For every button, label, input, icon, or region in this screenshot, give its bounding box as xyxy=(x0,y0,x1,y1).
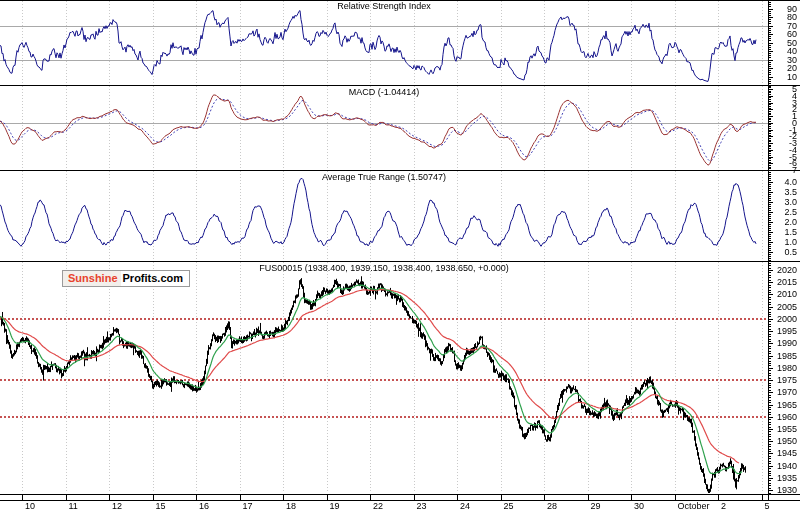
chart-canvas xyxy=(0,0,800,512)
y-axis-tick-label: 1985 xyxy=(769,351,797,361)
y-axis-tick-label: 3.5 xyxy=(769,187,797,197)
x-axis-tick-label: 12 xyxy=(112,501,122,511)
y-axis-tick-label: 0.5 xyxy=(769,247,797,257)
y-axis-tick-label: 1970 xyxy=(769,387,797,397)
rsi-panel-title: Relative Strength Index xyxy=(0,1,768,11)
y-axis-tick-label: 1.0 xyxy=(769,237,797,247)
x-axis-tick-label: 10 xyxy=(25,501,35,511)
x-axis-tick-label: 24 xyxy=(460,501,470,511)
atr-panel-title: Average True Range (1.50747) xyxy=(0,172,768,182)
y-axis-tick-label: -7 xyxy=(769,165,797,175)
y-axis-tick-label: 2000 xyxy=(769,314,797,324)
y-axis-tick-label: 1945 xyxy=(769,448,797,458)
x-axis-tick-label: 11 xyxy=(69,501,78,511)
x-axis-tick-label: 16 xyxy=(199,501,209,511)
y-axis-tick-label: 1950 xyxy=(769,436,797,446)
x-axis-tick-label: October xyxy=(678,501,710,511)
y-axis-tick-label: 4.0 xyxy=(769,177,797,187)
sunshine-profits-logo[interactable]: SunshineProfits.com xyxy=(62,270,190,287)
y-axis-tick-label: 1.5 xyxy=(769,227,797,237)
y-axis-tick-label: 1990 xyxy=(769,338,797,348)
x-axis-tick-label: 28 xyxy=(547,501,557,511)
x-axis-tick-label: 19 xyxy=(330,501,340,511)
y-axis-tick-label: 1930 xyxy=(769,485,797,495)
y-axis-tick-label: 2020 xyxy=(769,265,797,275)
y-axis-tick-label: 2015 xyxy=(769,277,797,287)
y-axis-tick-label: 1955 xyxy=(769,424,797,434)
y-axis-tick-label: 1935 xyxy=(769,473,797,483)
x-axis-tick-label: 23 xyxy=(417,501,427,511)
x-axis-tick-label: 5 xyxy=(765,501,770,511)
y-axis-tick-label: 2005 xyxy=(769,302,797,312)
x-axis-tick-label: 30 xyxy=(634,501,644,511)
x-axis-tick-label: 22 xyxy=(373,501,383,511)
y-axis-tick-label: 2.0 xyxy=(769,217,797,227)
x-axis-tick-label: 25 xyxy=(504,501,514,511)
x-axis-tick-label: 18 xyxy=(286,501,296,511)
y-axis-tick-label: 2010 xyxy=(769,289,797,299)
y-axis-tick-label: 2.5 xyxy=(769,207,797,217)
x-axis-tick-label: 2 xyxy=(721,501,726,511)
y-axis-tick-label: 1980 xyxy=(769,363,797,373)
macd-panel-title: MACD (-1.04414) xyxy=(0,87,768,97)
y-axis-tick-label: 1995 xyxy=(769,326,797,336)
logo-profits-text: Profits.com xyxy=(121,271,190,286)
x-axis-tick-label: 29 xyxy=(591,501,601,511)
y-axis-tick-label: 1965 xyxy=(769,400,797,410)
y-axis-tick-label: 10 xyxy=(769,72,797,82)
x-axis-tick-label: 17 xyxy=(243,501,253,511)
chart-window: Relative Strength Index MACD (-1.04414) … xyxy=(0,0,800,512)
x-axis-tick-label: 15 xyxy=(156,501,166,511)
y-axis-tick-label: 1960 xyxy=(769,412,797,422)
y-axis-tick-label: 1975 xyxy=(769,375,797,385)
y-axis-tick-label: 3.0 xyxy=(769,197,797,207)
y-axis-tick-label: 1940 xyxy=(769,461,797,471)
logo-sunshine-text: Sunshine xyxy=(63,271,121,286)
